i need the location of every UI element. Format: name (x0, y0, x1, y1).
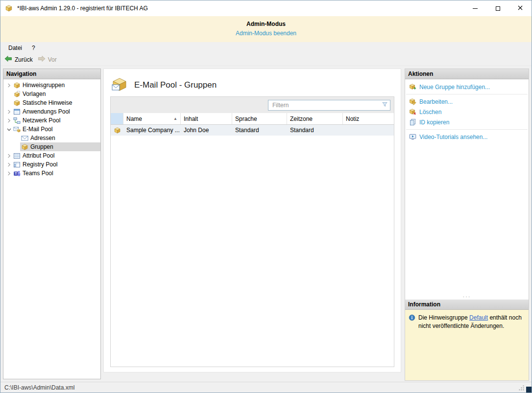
nav-item-label: E-Mail Pool (23, 126, 52, 133)
attribute-pool-icon (13, 152, 21, 160)
nav-item-anwendungs-pool[interactable]: Anwendungs Pool (3, 107, 100, 116)
column-header-name[interactable]: Name ▲ (123, 113, 181, 124)
edit-icon (409, 98, 416, 105)
menu-datei[interactable]: Datei (3, 42, 27, 53)
new-group-icon (409, 83, 416, 91)
page-title: E-Mail Pool - Gruppen (134, 80, 217, 90)
nav-item-label: Registry Pool (23, 161, 57, 168)
status-file-path: C:\IBI-aws\Admin\Data.xml (4, 384, 74, 391)
actions-list: Neue Gruppe hinzufügen... Bearbeiten... … (405, 79, 529, 294)
nav-item-attribut-pool[interactable]: Attribut Pool (3, 151, 100, 160)
nav-item-registry-pool[interactable]: Registry Pool (3, 160, 100, 169)
teams-pool-icon: T (13, 170, 21, 177)
nav-item-label: Gruppen (30, 143, 53, 150)
back-button[interactable]: Zurück (4, 55, 33, 64)
copy-icon (409, 118, 416, 126)
groups-icon (21, 143, 28, 151)
content-header: E-Mail Pool - Gruppen (110, 74, 394, 96)
admin-mode-banner: Admin-Modus Admin-Modus beenden (0, 16, 532, 42)
maximize-button[interactable] (486, 0, 509, 16)
nav-item-hinweisgruppen[interactable]: Hinweisgruppen (3, 81, 100, 90)
chevron-right-icon[interactable] (5, 110, 12, 114)
info-icon (409, 314, 415, 321)
actions-panel: Aktionen Neue Gruppe hinzufügen... Bearb… (405, 69, 529, 381)
nav-item-gruppen[interactable]: Gruppen (3, 142, 100, 151)
exit-admin-mode-link[interactable]: Admin-Modus beenden (236, 30, 296, 37)
minimize-button[interactable] (464, 0, 486, 16)
action-label: Video-Tutorials ansehen... (419, 134, 487, 140)
splitter-dots-icon: ··· (463, 294, 471, 300)
templates-icon (13, 91, 21, 98)
column-header-sprache[interactable]: Sprache (232, 113, 287, 124)
column-header-inhalt[interactable]: Inhalt (181, 113, 232, 124)
maximize-icon (496, 6, 500, 11)
video-icon (409, 133, 416, 140)
chevron-right-icon[interactable] (5, 83, 12, 88)
nav-item-label: Anwendungs Pool (23, 108, 70, 115)
app-logo-icon (5, 4, 13, 13)
action-delete[interactable]: Löschen (405, 107, 529, 117)
column-label: Name (126, 116, 142, 122)
window-title: *IBI-aws Admin 1.29.0 - registriert für … (17, 5, 464, 12)
svg-text:T: T (15, 171, 17, 175)
menu-help[interactable]: ? (27, 42, 40, 53)
information-body: Die Hinweisgruppe Default enthält noch n… (405, 310, 529, 380)
info-text-before: Die Hinweisgruppe (418, 314, 469, 321)
table-header-row: Name ▲ Inhalt Sprache Zeitzone Notiz (111, 113, 394, 125)
column-header-notiz[interactable]: Notiz (343, 113, 394, 124)
static-notices-icon (13, 99, 21, 107)
table-row[interactable]: Sample Company ... John Doe Standard Sta… (111, 125, 394, 136)
action-edit[interactable]: Bearbeiten... (405, 96, 529, 107)
chevron-right-icon[interactable] (5, 171, 12, 176)
main-area: Navigation Hinweisgruppen Vorlagen Stati… (0, 66, 532, 382)
nav-item-netzwerk-pool[interactable]: Netzwerk Pool (3, 116, 100, 125)
nav-item-email-pool[interactable]: E-Mail Pool (3, 125, 100, 134)
information-header: Information (405, 300, 529, 310)
groups-list: Name ▲ Inhalt Sprache Zeitzone Notiz Sam… (110, 96, 394, 367)
title-bar: *IBI-aws Admin 1.29.0 - registriert für … (0, 0, 532, 16)
toolbar: Zurück Vor (0, 53, 532, 66)
menu-bar: Datei ? (0, 42, 532, 53)
nav-item-adressen[interactable]: Adressen (3, 134, 100, 142)
nav-item-label: Vorlagen (23, 91, 46, 97)
addresses-icon (21, 135, 28, 142)
action-copy-id[interactable]: ID kopieren (405, 117, 529, 127)
default-group-link[interactable]: Default (469, 314, 488, 321)
chevron-down-icon[interactable] (5, 127, 12, 132)
navigation-panel: Navigation Hinweisgruppen Vorlagen Stati… (3, 69, 101, 379)
forward-button[interactable]: Vor (38, 55, 57, 64)
email-pool-icon (13, 126, 21, 133)
resize-grip-icon[interactable] (518, 385, 525, 391)
nav-item-label: Hinweisgruppen (23, 82, 65, 89)
admin-mode-title: Admin-Modus (0, 21, 532, 27)
window-corner-accent (526, 387, 532, 393)
chevron-right-icon[interactable] (5, 118, 12, 123)
close-button[interactable] (509, 0, 532, 16)
filter-bar (111, 97, 394, 113)
nav-item-vorlagen[interactable]: Vorlagen (3, 90, 100, 98)
nav-item-label: Statische Hinweise (23, 99, 72, 106)
nav-item-teams-pool[interactable]: T Teams Pool (3, 169, 100, 178)
cell-inhalt: John Doe (181, 127, 232, 134)
panel-splitter[interactable]: ··· (405, 294, 529, 300)
action-new-group[interactable]: Neue Gruppe hinzufügen... (405, 82, 529, 92)
chevron-right-icon[interactable] (5, 162, 12, 167)
sort-ascending-icon: ▲ (173, 116, 177, 121)
registry-pool-icon (13, 161, 21, 168)
filter-funnel-icon[interactable] (382, 101, 388, 109)
column-header-zeitzone[interactable]: Zeitzone (287, 113, 343, 124)
content-panel: E-Mail Pool - Gruppen Name ▲ Inhalt (103, 69, 401, 372)
nav-item-statische-hinweise[interactable]: Statische Hinweise (3, 98, 100, 107)
status-bar: C:\IBI-aws\Admin\Data.xml (0, 382, 532, 393)
nav-item-label: Teams Pool (23, 170, 53, 177)
navigation-header: Navigation (3, 69, 100, 79)
back-button-label: Zurück (15, 56, 33, 63)
action-video-tutorials[interactable]: Video-Tutorials ansehen... (405, 132, 529, 142)
filter-input[interactable] (272, 100, 382, 110)
forward-button-label: Vor (48, 56, 57, 63)
icon-column-header[interactable] (111, 113, 123, 124)
network-pool-icon (13, 117, 21, 124)
cell-name: Sample Company ... (123, 127, 181, 134)
chevron-right-icon[interactable] (5, 154, 12, 158)
actions-header: Aktionen (405, 69, 529, 79)
